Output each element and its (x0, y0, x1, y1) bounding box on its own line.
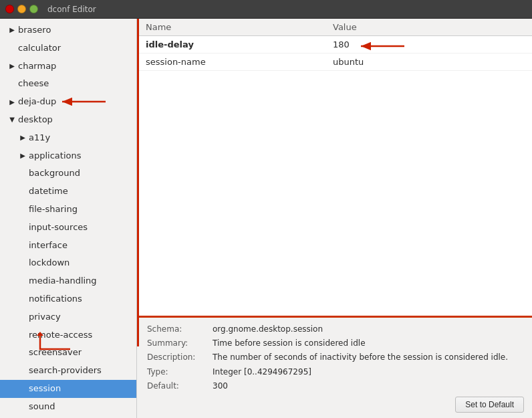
sidebar-item-file-sharing[interactable]: file-sharing (0, 201, 136, 219)
column-name-header: Name (139, 19, 326, 36)
sidebar-item-label: interface (29, 239, 68, 253)
summary-label: Summary: (147, 337, 207, 350)
sidebar-item-label: notifications (29, 292, 82, 306)
type-row: Type: Integer [0..4294967295] (147, 366, 524, 379)
minimize-button[interactable] (17, 5, 26, 13)
collapse-arrow-icon: ▼ (8, 114, 16, 125)
sidebar-item-deja-dup[interactable]: ▶ deja-dup (0, 93, 136, 111)
expand-arrow-icon: ▶ (8, 61, 16, 72)
sidebar-item-label: applications (29, 149, 81, 163)
sidebar-item-label: sound (29, 400, 55, 414)
sidebar-item-cheese[interactable]: cheese (0, 75, 136, 93)
content-area: Name Value idle-delay 180 (139, 19, 532, 418)
description-row: Description: The number of seconds of in… (147, 351, 524, 364)
sidebar-item-notifications[interactable]: notifications (0, 290, 136, 308)
sidebar-item-session[interactable]: session (0, 380, 136, 398)
sidebar-item-calculator[interactable]: calculator (0, 39, 136, 58)
row-name-cell: idle-delay (139, 36, 326, 54)
schema-label: Schema: (147, 323, 207, 336)
sidebar-item-label: session (29, 382, 61, 396)
main-container: ▶ brasero calculator ▶ charmap cheese ▶ … (0, 19, 532, 418)
schema-row: Schema: org.gnome.desktop.session (147, 323, 524, 336)
sidebar-item-search-providers[interactable]: search-providers (0, 362, 136, 380)
sidebar-item-label: background (29, 167, 80, 181)
sidebar-item-label: lockdown (29, 256, 70, 270)
sidebar: ▶ brasero calculator ▶ charmap cheese ▶ … (0, 19, 137, 418)
sidebar-item-privacy[interactable]: privacy (0, 308, 136, 326)
table-row[interactable]: idle-delay 180 (139, 36, 532, 54)
window-controls (5, 5, 38, 13)
sidebar-item-background[interactable]: background (0, 165, 136, 183)
schema-value: org.gnome.desktop.session (213, 323, 524, 336)
sidebar-item-label: search-providers (29, 364, 102, 378)
set-to-default-button[interactable]: Set to Default (455, 397, 524, 413)
sidebar-item-label: brasero (18, 23, 51, 37)
description-label: Description: (147, 351, 207, 364)
close-button[interactable] (5, 5, 14, 13)
maximize-button[interactable] (29, 5, 38, 13)
sidebar-item-label: datetime (29, 185, 68, 199)
sidebar-item-thumbnail-cache[interactable]: thumbnail-cache (0, 416, 136, 418)
sidebar-item-interface[interactable]: interface (0, 237, 136, 255)
sidebar-item-label: screensaver (29, 346, 82, 360)
sidebar-item-media-handling[interactable]: media-handling (0, 272, 136, 290)
info-panel-footer: Set to Default (147, 397, 524, 413)
sidebar-item-desktop[interactable]: ▼ desktop (0, 111, 136, 129)
type-value: Integer [0..4294967295] (213, 366, 524, 379)
window-title: dconf Editor (47, 5, 96, 14)
expand-arrow-icon: ▶ (8, 25, 16, 35)
sidebar-item-label: a11y (29, 131, 50, 145)
table-area: Name Value idle-delay 180 (139, 19, 532, 316)
table-row[interactable]: session-name ubuntu (139, 54, 532, 71)
summary-value: Time before session is considered idle (213, 337, 524, 350)
sidebar-item-applications[interactable]: ▶ applications (0, 147, 136, 165)
sidebar-item-charmap[interactable]: ▶ charmap (0, 58, 136, 76)
summary-row: Summary: Time before session is consider… (147, 337, 524, 350)
default-label: Default: (147, 380, 207, 393)
expand-arrow-icon: ▶ (19, 132, 27, 143)
sidebar-item-label: calculator (18, 41, 61, 56)
data-table: Name Value idle-delay 180 (139, 19, 532, 71)
info-panel: Schema: org.gnome.desktop.session Summar… (139, 316, 532, 418)
column-value-header: Value (326, 19, 532, 36)
sidebar-item-brasero[interactable]: ▶ brasero (0, 21, 136, 39)
sidebar-item-label: media-handling (29, 274, 97, 288)
sidebar-item-label: charmap (18, 60, 56, 74)
sidebar-item-remote-access[interactable]: remote-access (0, 326, 136, 344)
sidebar-item-a11y[interactable]: ▶ a11y (0, 129, 136, 147)
sidebar-item-datetime[interactable]: datetime (0, 183, 136, 201)
default-value: 300 (213, 380, 524, 393)
titlebar: dconf Editor (0, 0, 532, 19)
sidebar-item-label: cheese (18, 77, 49, 91)
description-value: The number of seconds of inactivity befo… (213, 351, 524, 364)
sidebar-item-label: file-sharing (29, 203, 78, 217)
type-label: Type: (147, 366, 207, 379)
sidebar-item-input-sources[interactable]: input-sources (0, 219, 136, 237)
row-name-cell: session-name (139, 54, 326, 71)
sidebar-item-label: input-sources (29, 221, 88, 235)
row-value-cell: ubuntu (326, 54, 532, 71)
sidebar-item-lockdown[interactable]: lockdown (0, 254, 136, 272)
sidebar-item-label: deja-dup (18, 95, 56, 109)
sidebar-item-label: desktop (18, 113, 53, 127)
sidebar-item-sound[interactable]: sound (0, 398, 136, 416)
default-row: Default: 300 (147, 380, 524, 393)
sidebar-item-screensaver[interactable]: screensaver (0, 344, 136, 362)
row-value-cell: 180 (326, 36, 532, 54)
sidebar-item-label: remote-access (29, 328, 92, 342)
sidebar-item-label: privacy (29, 310, 61, 324)
expand-arrow-icon: ▶ (19, 150, 27, 161)
expand-arrow-icon: ▶ (8, 97, 16, 108)
